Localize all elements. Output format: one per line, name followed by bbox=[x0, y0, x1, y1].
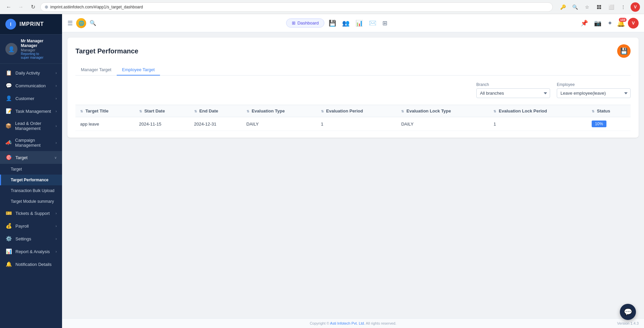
users-icon-button[interactable]: 👥 bbox=[340, 18, 351, 29]
sidebar-item-notification[interactable]: 🔔 Notification Details bbox=[0, 258, 62, 271]
th-eval-type: ⇅ Evaluation Type bbox=[242, 105, 316, 117]
campaign-icon: 📣 bbox=[5, 140, 12, 146]
settings-icon: ⚙️ bbox=[5, 236, 12, 242]
camera-icon-button[interactable]: 📷 bbox=[592, 18, 603, 29]
sidebar-sub-item-target-module[interactable]: Target Module summary bbox=[0, 196, 62, 207]
sidebar-item-daily-activity[interactable]: 📋 Daily Activity › bbox=[0, 66, 62, 79]
sidebar-sub-item-target[interactable]: Target bbox=[0, 164, 62, 175]
sidebar-item-payroll[interactable]: 💰 Payroll › bbox=[0, 220, 62, 232]
svg-rect-3 bbox=[599, 7, 601, 9]
sidebar-item-label: Customer bbox=[15, 96, 34, 101]
user-role: Manager bbox=[21, 48, 57, 52]
page-card: Target Performance 💾 Manager Target Empl… bbox=[67, 38, 639, 138]
payroll-icon: 💰 bbox=[5, 223, 12, 229]
target-table: ⇅ Target Title ⇅ Start Date ⇅ End Date bbox=[75, 105, 631, 131]
chevron-right-icon: › bbox=[56, 109, 57, 113]
save-action-button[interactable]: 💾 bbox=[617, 44, 631, 58]
hamburger-button[interactable]: ☰ bbox=[67, 19, 73, 27]
sidebar-item-label: Communication bbox=[15, 83, 46, 88]
content-wrapper: Target Performance 💾 Manager Target Empl… bbox=[62, 32, 644, 318]
browser-profile[interactable]: V bbox=[631, 2, 640, 12]
cell-eval-period: 1 bbox=[316, 117, 396, 131]
chevron-right-icon: › bbox=[56, 224, 57, 228]
th-eval-period: ⇅ Evaluation Period bbox=[316, 105, 396, 117]
sidebar-item-label: Report & Analysis bbox=[15, 249, 50, 254]
chevron-right-icon: › bbox=[56, 84, 57, 88]
cell-status[interactable]: 10% bbox=[587, 117, 631, 131]
sort-icon: ⇅ bbox=[493, 109, 496, 113]
password-icon[interactable]: 🔑 bbox=[558, 2, 568, 12]
sidebar-item-report[interactable]: 📊 Report & Analysis › bbox=[0, 245, 62, 258]
target-icon: 🎯 bbox=[5, 154, 12, 160]
task-icon: 📝 bbox=[5, 108, 12, 114]
top-bar-left: ☰ 🌐 🔍 bbox=[67, 18, 96, 28]
reload-button[interactable]: ↻ bbox=[28, 2, 38, 12]
dashboard-button[interactable]: ⊞ Dashboard bbox=[286, 18, 325, 28]
chevron-right-icon: › bbox=[56, 141, 57, 145]
user-name: Mr Manager Manager bbox=[21, 39, 57, 48]
sidebar-item-customer[interactable]: 👤 Customer › bbox=[0, 92, 62, 105]
sidebar-item-lead-order[interactable]: 📦 Lead & Order Management › bbox=[0, 118, 62, 134]
sort-icon: ⇅ bbox=[592, 109, 594, 113]
save-icon-button[interactable]: 💾 bbox=[327, 18, 338, 29]
lead-icon: 📦 bbox=[5, 123, 12, 129]
sort-icon: ⇅ bbox=[194, 109, 197, 113]
daily-activity-icon: 📋 bbox=[5, 70, 12, 76]
branch-select[interactable]: All branches bbox=[476, 88, 550, 98]
user-reporting: Reporting to super manager bbox=[21, 52, 57, 59]
sidebar-item-campaign[interactable]: 📣 Campaign Management › bbox=[0, 134, 62, 151]
table-row: app leave 2024-11-15 2024-12-31 DAILY 1 … bbox=[75, 117, 631, 131]
sidebar-item-task-management[interactable]: 📝 Task Management › bbox=[0, 105, 62, 118]
extension2-icon[interactable]: ⬜ bbox=[606, 2, 616, 12]
notification-bell-button[interactable]: 🔔 133 bbox=[617, 19, 625, 27]
browser-chrome: ← → ↻ ⊕ imprint.astiinfotech.com/#/app1/… bbox=[0, 0, 644, 14]
dots-menu-icon[interactable]: ⋮ bbox=[619, 2, 628, 12]
top-user-avatar[interactable]: V bbox=[628, 18, 639, 29]
sort-icon: ⇅ bbox=[139, 109, 142, 113]
sidebar-item-label: Daily Activity bbox=[15, 71, 40, 76]
app-container: I IMPRINT 👤 Mr Manager Manager Manager R… bbox=[0, 14, 644, 328]
th-target-title: ⇅ Target Title bbox=[75, 105, 135, 117]
version-info: Version 1.4.3 bbox=[617, 321, 639, 325]
sidebar-item-target[interactable]: 🎯 Target ∨ bbox=[0, 151, 62, 164]
footer: Copyright © Asti Infotech Pvt. Ltd. All … bbox=[62, 318, 644, 328]
mail-icon-button[interactable]: ✉️ bbox=[367, 18, 378, 29]
chart-icon-button[interactable]: 📊 bbox=[354, 18, 365, 29]
star-icon-button[interactable]: ✦ bbox=[606, 18, 614, 29]
cell-end-date: 2024-12-31 bbox=[190, 117, 242, 131]
grid-icon-button[interactable]: ⊞ bbox=[381, 18, 389, 29]
table-header-row: ⇅ Target Title ⇅ Start Date ⇅ End Date bbox=[75, 105, 631, 117]
employee-select[interactable]: Leave employee(leave) bbox=[557, 88, 631, 98]
back-button[interactable]: ← bbox=[4, 2, 13, 12]
th-start-date: ⇅ Start Date bbox=[135, 105, 190, 117]
chat-fab-button[interactable]: 💬 bbox=[620, 304, 636, 320]
tab-manager-target[interactable]: Manager Target bbox=[75, 64, 117, 76]
page-title: Target Performance bbox=[75, 47, 138, 55]
notification-icon: 🔔 bbox=[5, 261, 12, 267]
address-bar[interactable]: ⊕ imprint.astiinfotech.com/#/app1/s_targ… bbox=[40, 2, 553, 12]
tab-employee-target[interactable]: Employee Target bbox=[117, 64, 160, 76]
sidebar-item-communication[interactable]: 💬 Communication › bbox=[0, 79, 62, 92]
footer-company-link[interactable]: Asti Infotech Pvt. Ltd. bbox=[330, 321, 365, 325]
sidebar: I IMPRINT 👤 Mr Manager Manager Manager R… bbox=[0, 14, 62, 328]
sidebar-item-settings[interactable]: ⚙️ Settings › bbox=[0, 232, 62, 245]
bookmark-icon[interactable]: ☆ bbox=[582, 2, 592, 12]
customer-icon: 👤 bbox=[5, 95, 12, 101]
cell-eval-lock-type: DAILY bbox=[396, 117, 489, 131]
sidebar-sub-item-transaction-bulk[interactable]: Transaction Bulk Upload bbox=[0, 185, 62, 196]
sidebar-item-tickets[interactable]: 🎫 Tickets & Support › bbox=[0, 207, 62, 220]
th-eval-lock-period: ⇅ Evaluation Lock Period bbox=[489, 105, 587, 117]
pin-icon-button[interactable]: 📌 bbox=[579, 18, 590, 29]
th-end-date: ⇅ End Date bbox=[190, 105, 242, 117]
search-browser-icon[interactable]: 🔍 bbox=[570, 2, 580, 12]
sidebar-item-label: Target bbox=[15, 155, 28, 160]
th-status: ⇅ Status bbox=[587, 105, 631, 117]
top-search-button[interactable]: 🔍 bbox=[90, 20, 96, 26]
sidebar-sub-item-target-performance[interactable]: Target Performance bbox=[0, 175, 62, 185]
url-text: imprint.astiinfotech.com/#/app1/s_target… bbox=[50, 5, 143, 9]
sort-icon: ⇅ bbox=[247, 109, 249, 113]
forward-button[interactable]: → bbox=[16, 2, 25, 12]
status-badge: 10% bbox=[592, 121, 606, 127]
chevron-right-icon: › bbox=[56, 124, 57, 128]
extension1-icon[interactable] bbox=[594, 2, 604, 12]
